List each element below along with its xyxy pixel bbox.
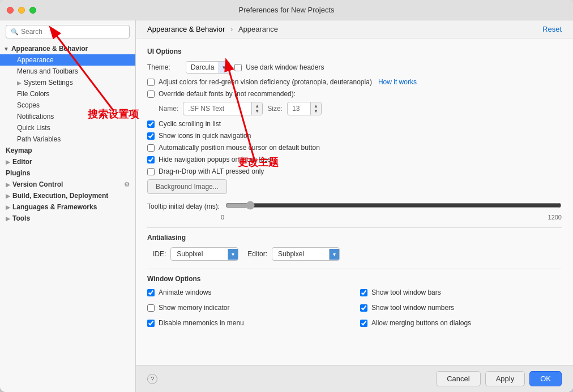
ide-select[interactable]: Subpixel ▾ xyxy=(170,247,238,261)
override-font-row: Override default fonts by (not recommend… xyxy=(147,90,562,98)
sidebar-item-tools[interactable]: ▶ Tools xyxy=(0,213,135,224)
cyclic-scrolling-checkbox[interactable] xyxy=(147,120,155,128)
sidebar-item-notifications[interactable]: Notifications xyxy=(0,111,135,122)
editor-select[interactable]: Subpixel ▾ xyxy=(272,247,340,261)
search-box[interactable]: 🔍 xyxy=(6,25,130,38)
hide-navigation-row: Hide navigation popups on focus loss xyxy=(147,156,562,163)
help-button[interactable]: ? xyxy=(147,374,157,384)
font-name-select[interactable]: .SF NS Text ▲▼ xyxy=(183,102,263,115)
sidebar-item-menus-toolbars[interactable]: Menus and Toolbars xyxy=(0,66,135,77)
override-font-label: Override default fonts by (not recommend… xyxy=(159,90,296,98)
theme-dropdown-arrow-icon[interactable]: ▾ xyxy=(219,62,229,73)
show-memory-checkbox[interactable] xyxy=(147,304,155,312)
sidebar-item-quick-lists[interactable]: Quick Lists xyxy=(0,122,135,133)
search-icon: 🔍 xyxy=(11,28,19,36)
ide-dropdown-arrow-icon[interactable]: ▾ xyxy=(228,249,238,260)
sidebar-item-keymap[interactable]: Keymap xyxy=(0,145,135,156)
window-title: Preferences for New Projects xyxy=(238,6,334,14)
expand-arrow-icon: ▼ xyxy=(3,46,9,52)
disable-mnemonics-row: Disable mnemonics in menu xyxy=(147,319,349,327)
window-options-title: Window Options xyxy=(147,275,562,283)
sidebar-item-editor[interactable]: ▶ Editor xyxy=(0,156,135,167)
drag-drop-checkbox[interactable] xyxy=(147,168,155,175)
close-button[interactable] xyxy=(7,7,14,14)
animate-windows-row: Animate windows xyxy=(147,288,349,296)
sidebar-item-label: Notifications xyxy=(17,113,54,120)
show-tool-bars-label: Show tool window bars xyxy=(371,288,441,296)
font-name-arrows-icon[interactable]: ▲▼ xyxy=(251,102,262,115)
sidebar-item-appearance[interactable]: Appearance xyxy=(0,54,135,66)
sidebar-item-label: Keymap xyxy=(6,147,32,154)
override-font-checkbox[interactable] xyxy=(147,91,155,98)
show-memory-label: Show memory indicator xyxy=(159,304,229,312)
dark-headers-row: Use dark window headers xyxy=(234,63,324,71)
sidebar-item-label: Appearance xyxy=(17,56,54,64)
theme-value: Darcula xyxy=(186,62,219,73)
sidebar-item-scopes[interactable]: Scopes xyxy=(0,100,135,111)
minimize-button[interactable] xyxy=(18,7,25,14)
sidebar-children-appearance: Appearance Menus and Toolbars ▶ System S… xyxy=(0,54,135,145)
tooltip-slider[interactable] xyxy=(225,201,562,210)
show-tool-numbers-label: Show tool window numbers xyxy=(371,304,454,312)
panel-body: UI Options Theme: Darcula ▾ Use dark win… xyxy=(136,38,573,365)
sidebar-item-label: Menus and Toolbars xyxy=(17,67,78,75)
apply-button[interactable]: Apply xyxy=(485,371,525,386)
sidebar-tree: ▼ Appearance & Behavior Appearance Menus… xyxy=(0,43,135,392)
show-tool-bars-checkbox[interactable] xyxy=(360,289,367,296)
expand-arrow-icon: ▶ xyxy=(6,216,10,222)
disable-mnemonics-checkbox[interactable] xyxy=(147,320,155,327)
sidebar-item-file-colors[interactable]: File Colors xyxy=(0,88,135,100)
cancel-button[interactable]: Cancel xyxy=(436,371,480,386)
dark-headers-checkbox[interactable] xyxy=(234,64,242,71)
ui-options-title: UI Options xyxy=(147,48,562,55)
adjust-colors-label: Adjust colors for red-green vision defic… xyxy=(159,78,372,86)
auto-position-checkbox[interactable] xyxy=(147,144,155,152)
sidebar-item-label: Path Variables xyxy=(17,135,61,143)
reset-button[interactable]: Reset xyxy=(542,25,562,33)
slider-max-label: 1200 xyxy=(548,214,562,221)
section-divider-2 xyxy=(147,269,562,269)
expand-arrow-icon: ▶ xyxy=(6,204,10,210)
theme-label: Theme: xyxy=(147,63,181,71)
allow-merging-checkbox[interactable] xyxy=(360,320,367,327)
font-row: Name: .SF NS Text ▲▼ Size: 13 ▲▼ xyxy=(159,102,562,115)
tooltip-row: Tooltip initial delay (ms): xyxy=(147,201,562,212)
sidebar-item-path-variables[interactable]: Path Variables xyxy=(0,133,135,145)
window-options-grid: Animate windows Show tool window bars Sh… xyxy=(147,288,562,331)
sidebar-item-label: File Colors xyxy=(17,90,49,98)
how-it-works-link[interactable]: How it works xyxy=(378,78,417,86)
show-tool-numbers-checkbox[interactable] xyxy=(360,304,367,312)
font-size-select[interactable]: 13 ▲▼ xyxy=(287,102,322,115)
sidebar-item-languages-frameworks[interactable]: ▶ Languages & Frameworks xyxy=(0,201,135,213)
allow-merging-row: Allow merging buttons on dialogs xyxy=(360,319,562,327)
show-icons-checkbox[interactable] xyxy=(147,132,155,140)
font-size-label: Size: xyxy=(267,105,283,113)
show-memory-row: Show memory indicator xyxy=(147,304,349,312)
font-size-arrows-icon[interactable]: ▲▼ xyxy=(310,102,321,115)
sidebar-item-version-control[interactable]: ▶ Version Control ⚙ xyxy=(0,179,135,190)
animate-windows-label: Animate windows xyxy=(159,288,211,296)
editor-dropdown-arrow-icon[interactable]: ▾ xyxy=(329,249,339,260)
ok-button[interactable]: OK xyxy=(529,371,562,386)
gear-icon: ⚙ xyxy=(124,181,130,188)
hide-navigation-checkbox[interactable] xyxy=(147,156,155,163)
tooltip-delay-label: Tooltip initial delay (ms): xyxy=(147,203,220,210)
antialiasing-section: Antialiasing IDE: Subpixel ▾ Editor: xyxy=(147,234,562,261)
sidebar: 🔍 ▼ Appearance & Behavior Appearance Men… xyxy=(0,20,136,392)
sidebar-item-plugins[interactable]: Plugins xyxy=(0,167,135,179)
sidebar-item-label: Plugins xyxy=(6,169,30,177)
maximize-button[interactable] xyxy=(29,7,36,14)
sidebar-item-build-execution[interactable]: ▶ Build, Execution, Deployment xyxy=(0,190,135,201)
search-input[interactable] xyxy=(21,28,125,36)
animate-windows-checkbox[interactable] xyxy=(147,289,155,296)
sidebar-group-appearance-behavior[interactable]: ▼ Appearance & Behavior xyxy=(0,43,135,54)
adjust-colors-checkbox[interactable] xyxy=(147,79,155,86)
theme-row: Theme: Darcula ▾ Use dark window headers xyxy=(147,61,562,74)
background-image-button[interactable]: Background Image... xyxy=(147,179,227,194)
drag-drop-label: Drag-n-Drop with ALT pressed only xyxy=(159,167,264,175)
editor-value: Subpixel xyxy=(272,248,329,260)
theme-select[interactable]: Darcula ▾ xyxy=(186,61,230,74)
tooltip-slider-wrap xyxy=(225,201,562,212)
sidebar-item-system-settings[interactable]: ▶ System Settings xyxy=(0,77,135,88)
adjust-colors-row: Adjust colors for red-green vision defic… xyxy=(147,78,562,86)
